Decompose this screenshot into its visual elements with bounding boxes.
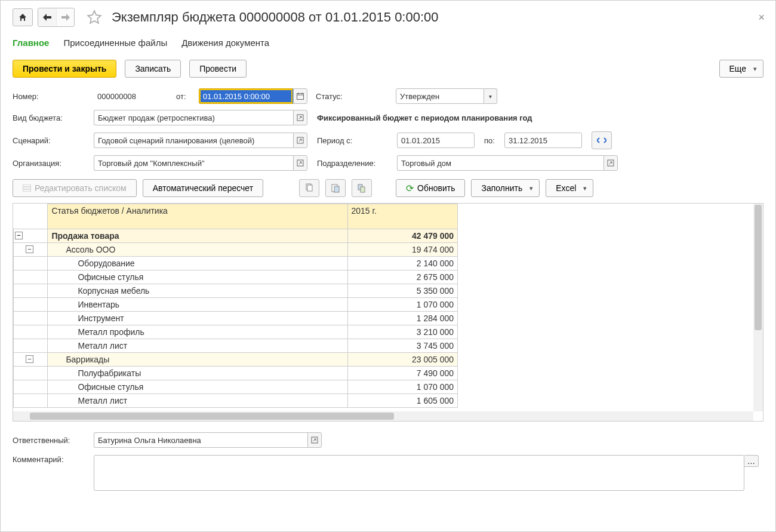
comment-expand-button[interactable]: … (744, 455, 759, 467)
tree-cell (14, 367, 48, 380)
refresh-label: Обновить (417, 183, 455, 193)
row-value: 23 005 000 (347, 353, 457, 367)
paste-special-icon (357, 183, 367, 193)
title-bar: Экземпляр бюджета 000000008 от 01.01.201… (13, 1, 763, 34)
responsible-field[interactable]: Батурина Ольга Николаевна (94, 432, 307, 448)
more-button[interactable]: Еще (719, 60, 764, 78)
table-row[interactable]: Офисные стулья2 675 000 (14, 270, 458, 284)
table-row[interactable]: Металл профиль3 210 000 (14, 325, 458, 339)
from-label: от: (176, 92, 194, 101)
chevron-down-icon[interactable]: ▾ (484, 88, 497, 104)
table-row[interactable]: −Продажа товара42 479 000 (14, 229, 458, 243)
close-button[interactable]: × (758, 11, 765, 24)
command-bar: Провести и закрыть Записать Провести Еще (13, 56, 763, 88)
list-icon (23, 184, 31, 192)
tree-cell (14, 312, 48, 325)
budget-type-field[interactable]: Бюджет продаж (ретроспектива) (94, 110, 293, 125)
tree-cell (14, 380, 48, 394)
grid-container: Статья бюджетов / Аналитика 2015 г. −Про… (13, 203, 763, 422)
refresh-button[interactable]: ⟳ Обновить (396, 179, 465, 197)
svg-rect-16 (361, 187, 365, 192)
tree-cell: − (14, 229, 48, 243)
tab-attached-files[interactable]: Присоединенные файлы (63, 38, 167, 48)
org-field[interactable]: Торговый дом "Комплексный" (94, 155, 293, 171)
period-to-field[interactable]: 31.12.2015 (504, 133, 582, 148)
tab-document-movements[interactable]: Движения документа (181, 38, 269, 48)
date-picker-button[interactable] (293, 88, 307, 104)
status-select[interactable]: Утвержден ▾ (396, 88, 497, 104)
paste-icon (331, 183, 340, 193)
post-and-close-button[interactable]: Провести и закрыть (13, 60, 116, 78)
horizontal-scrollbar[interactable] (13, 411, 753, 421)
col-year[interactable]: 2015 г. (347, 204, 457, 229)
excel-button[interactable]: Excel (546, 179, 593, 197)
bottom-form: Ответственный: Батурина Ольга Николаевна… (13, 422, 763, 491)
arrow-right-icon (61, 14, 70, 21)
table-row[interactable]: −Баррикады23 005 000 (14, 353, 458, 367)
form: Номер: 000000008 от: 01.01.2015 0:00:00 … (13, 88, 763, 171)
unit-open-button[interactable] (603, 155, 618, 171)
refresh-icon: ⟳ (406, 183, 414, 194)
post-button[interactable]: Провести (189, 60, 247, 78)
table-row[interactable]: Инвентарь1 070 000 (14, 298, 458, 312)
unit-field[interactable]: Торговый дом (397, 155, 603, 171)
favorite-button[interactable] (87, 10, 102, 25)
row-value: 2 140 000 (347, 257, 457, 270)
copy-icon (304, 183, 314, 193)
paste-button[interactable] (325, 179, 346, 197)
budget-grid[interactable]: Статья бюджетов / Аналитика 2015 г. −Про… (13, 204, 458, 408)
open-icon (311, 436, 318, 444)
row-label: Ассоль ООО (48, 243, 347, 257)
auto-recalc-button[interactable]: Автоматический пересчет (143, 179, 263, 197)
row-value: 1 070 000 (347, 380, 457, 394)
period-from-field[interactable]: 01.01.2015 (397, 133, 475, 148)
forward-button[interactable] (56, 8, 74, 26)
save-button[interactable]: Записать (125, 60, 181, 78)
home-button[interactable] (13, 8, 33, 26)
tree-cell (14, 257, 48, 270)
status-label: Статус: (316, 92, 391, 101)
expand-horizontal-icon (597, 137, 606, 144)
back-button[interactable] (38, 8, 56, 26)
table-row[interactable]: Оборудование2 140 000 (14, 257, 458, 270)
comment-field[interactable] (94, 455, 744, 491)
copy-button[interactable] (299, 179, 319, 197)
paste-special-button[interactable] (352, 179, 372, 197)
table-row[interactable]: Инструмент1 284 000 (14, 312, 458, 325)
period-expand-button[interactable] (592, 131, 612, 149)
scenario-open-button[interactable] (293, 133, 307, 148)
table-row[interactable]: Корпусная мебель5 350 000 (14, 284, 458, 298)
collapse-toggle[interactable]: − (15, 232, 23, 239)
row-label: Офисные стулья (48, 380, 347, 394)
tree-cell: − (14, 243, 48, 257)
edit-as-list-button[interactable]: Редактировать списком (13, 179, 137, 197)
vertical-scrollbar[interactable] (753, 204, 763, 411)
row-value: 42 479 000 (347, 229, 457, 243)
open-icon (297, 137, 304, 144)
table-row[interactable]: Металл лист3 745 000 (14, 339, 458, 353)
org-open-button[interactable] (293, 155, 307, 171)
budget-type-open-button[interactable] (293, 110, 307, 125)
collapse-toggle[interactable]: − (26, 245, 33, 253)
svg-rect-12 (307, 185, 312, 191)
open-icon (297, 114, 304, 121)
table-row[interactable]: Офисные стулья1 070 000 (14, 380, 458, 394)
tab-main[interactable]: Главное (13, 38, 49, 48)
fill-button[interactable]: Заполнить (471, 179, 540, 197)
scenario-field[interactable]: Годовой сценарий планирования (целевой) (94, 133, 293, 148)
row-label: Полуфабрикаты (48, 367, 347, 380)
collapse-toggle[interactable]: − (26, 355, 33, 363)
star-icon (87, 10, 102, 25)
date-field[interactable]: 01.01.2015 0:00:00 (199, 88, 293, 104)
number-field: 000000008 (94, 88, 171, 104)
responsible-open-button[interactable] (307, 432, 322, 448)
row-value: 2 675 000 (347, 270, 457, 284)
table-row[interactable]: −Ассоль ООО19 474 000 (14, 243, 458, 257)
table-row[interactable]: Полуфабрикаты7 490 000 (14, 367, 458, 380)
table-row[interactable]: Металл лист1 605 000 (14, 394, 458, 408)
edit-as-list-label: Редактировать списком (35, 183, 127, 193)
row-label: Оборудование (48, 257, 347, 270)
unit-label: Подразделение: (317, 159, 392, 168)
row-value: 1 284 000 (347, 312, 457, 325)
col-article[interactable]: Статья бюджетов / Аналитика (48, 204, 347, 229)
